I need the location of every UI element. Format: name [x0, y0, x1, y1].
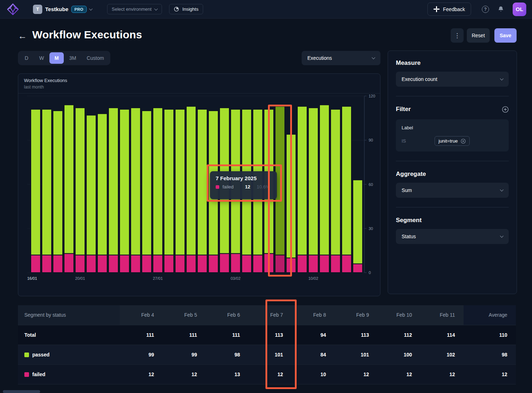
org-switcher[interactable]: T Testkube PRO [33, 5, 92, 14]
bar-segment-16/01[interactable] [31, 109, 40, 255]
bar-segment-10/02[interactable] [308, 108, 318, 255]
range-custom-button[interactable]: Custom [82, 52, 109, 64]
bar-segment-17/01[interactable] [42, 109, 52, 255]
testkube-logo-icon[interactable] [6, 3, 19, 16]
table-cell: 113 [335, 325, 378, 345]
row-label-cell: passed [18, 345, 120, 364]
measure-heading: Measure [396, 59, 509, 67]
table-cell: 13 [206, 364, 249, 384]
bar-segment-09/02[interactable] [297, 106, 307, 255]
page-title: Workflow Executions [32, 29, 142, 41]
range-week-button[interactable]: W [34, 52, 49, 64]
aggregate-select[interactable]: Sum [396, 183, 509, 198]
x-axis-label: 10/02 [308, 276, 318, 281]
bar-segment-25/01[interactable] [131, 108, 140, 255]
bar-segment-17/01[interactable] [42, 255, 52, 273]
column-header-Feb 5: Feb 5 [163, 305, 206, 325]
measure-select[interactable]: Execution count [396, 72, 509, 87]
reset-button[interactable]: Reset [467, 28, 490, 43]
bar-segment-03/02[interactable] [231, 254, 240, 273]
bar-segment-22/01[interactable] [97, 114, 107, 255]
bar-segment-24/01[interactable] [120, 109, 129, 255]
bar-segment-08/02[interactable] [286, 134, 296, 258]
help-icon[interactable]: ? [482, 6, 489, 13]
horizontal-scrollbar-thumb[interactable] [3, 390, 40, 393]
bar-segment-28/01[interactable] [164, 109, 174, 255]
bar-segment-26/01[interactable] [142, 111, 152, 255]
bar-segment-21/01[interactable] [86, 115, 96, 255]
segment-heading: Segment [396, 217, 509, 224]
save-button[interactable]: Save [494, 28, 517, 43]
segment-select[interactable]: Status [396, 229, 509, 244]
chevron-down-icon [500, 77, 504, 81]
column-header-Feb 6: Feb 6 [206, 305, 249, 325]
feedback-button[interactable]: Feedback [427, 3, 471, 16]
bar-segment-20/01[interactable] [75, 255, 85, 273]
bar-segment-04/02[interactable] [242, 255, 251, 273]
x-axis-label: 27/01 [153, 276, 163, 281]
bar-segment-08/02[interactable] [286, 258, 296, 273]
bar-segment-22/01[interactable] [97, 255, 107, 273]
bar-segment-14/02[interactable] [353, 180, 363, 264]
bar-segment-19/01[interactable] [64, 105, 74, 254]
bar-segment-11/02[interactable] [320, 255, 329, 273]
bar-segment-23/01[interactable] [109, 108, 118, 255]
bar-segment-09/02[interactable] [297, 255, 307, 273]
back-button[interactable]: ← [18, 31, 27, 41]
bar-segment-18/01[interactable] [53, 255, 63, 273]
filter-heading: Filter [396, 106, 411, 113]
x-axis-label: 03/02 [231, 276, 241, 281]
bar-segment-19/01[interactable] [64, 254, 74, 273]
bar-segment-20/01[interactable] [75, 108, 85, 255]
bar-segment-05/02[interactable] [253, 255, 263, 273]
bar-segment-12/02[interactable] [331, 255, 340, 273]
table-cell: 94 [292, 325, 335, 345]
aggregate-heading: Aggregate [396, 171, 509, 178]
environment-select[interactable]: Select environment [107, 4, 162, 14]
row-label: Total [24, 332, 36, 338]
table-cell: 12 [163, 364, 206, 384]
bar-segment-28/01[interactable] [164, 255, 174, 273]
bar-segment-06/02[interactable] [264, 254, 274, 273]
bar-segment-13/02[interactable] [342, 106, 351, 255]
bar-segment-23/01[interactable] [109, 255, 118, 273]
bar-segment-01/02[interactable] [209, 255, 218, 273]
range-day-button[interactable]: D [19, 52, 34, 64]
bar-segment-24/01[interactable] [120, 255, 129, 273]
bar-segment-31/01[interactable] [197, 255, 207, 273]
bar-segment-21/01[interactable] [86, 255, 96, 273]
add-filter-icon[interactable] [502, 106, 509, 113]
bar-segment-13/02[interactable] [342, 255, 351, 273]
bar-segment-30/01[interactable] [186, 255, 196, 273]
range-3month-button[interactable]: 3M [64, 52, 81, 64]
filter-chip[interactable]: junit=true [435, 136, 470, 146]
table-row-passed: passed9999981018410110010298 [18, 345, 516, 364]
metric-select[interactable]: Executions [302, 51, 380, 65]
remove-filter-icon[interactable] [461, 139, 466, 144]
bar-segment-25/01[interactable] [131, 255, 140, 273]
column-header-Feb 10: Feb 10 [378, 305, 421, 325]
bar-segment-31/01[interactable] [197, 109, 207, 255]
range-month-button[interactable]: M [49, 52, 64, 64]
notifications-bell-icon[interactable] [498, 6, 504, 13]
bar-segment-14/02[interactable] [353, 264, 363, 273]
bar-segment-11/02[interactable] [320, 105, 329, 255]
bar-segment-29/01[interactable] [175, 255, 185, 273]
bar-segment-27/01[interactable] [153, 255, 163, 273]
bar-segment-26/01[interactable] [142, 255, 152, 273]
insights-button[interactable]: Insights [169, 4, 203, 14]
bar-segment-12/02[interactable] [331, 109, 340, 255]
bar-segment-29/01[interactable] [175, 109, 185, 255]
bar-segment-16/01[interactable] [31, 255, 40, 273]
bar-segment-07/02[interactable] [275, 255, 285, 273]
table-cell: 98 [206, 345, 249, 364]
table-cell: 84 [292, 345, 335, 364]
user-avatar[interactable]: OL [513, 3, 526, 16]
bar-segment-18/01[interactable] [53, 111, 63, 255]
bar-segment-02/02[interactable] [220, 254, 229, 273]
segment-select-value: Status [402, 234, 416, 239]
bar-segment-27/01[interactable] [153, 108, 163, 255]
bar-segment-10/02[interactable] [308, 255, 318, 273]
bar-segment-30/01[interactable] [186, 106, 196, 255]
more-options-button[interactable]: ⋮ [451, 28, 464, 43]
